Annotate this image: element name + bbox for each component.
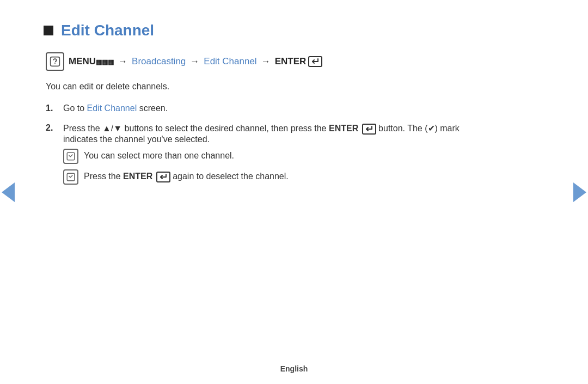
note-2-enter-icon	[156, 172, 170, 182]
note-2: Press the ENTER again to deselect the ch…	[63, 170, 490, 185]
breadcrumb-edit-channel: Edit Channel	[204, 56, 256, 67]
step-2: 2. Press the ▲/▼ buttons to select the d…	[46, 123, 490, 191]
enter-icon	[308, 56, 322, 67]
step-1: 1. Go to Edit Channel screen.	[46, 103, 490, 113]
nav-left-button[interactable]	[0, 179, 16, 206]
note-1: You can select more than one channel.	[63, 150, 490, 164]
nav-right-arrow-icon	[573, 182, 586, 202]
note-2-icon	[63, 169, 78, 185]
breadcrumb-broadcasting: Broadcasting	[132, 56, 186, 67]
breadcrumb-arrow-2: →	[190, 56, 199, 67]
step-1-content: Go to Edit Channel screen.	[63, 103, 490, 113]
note-2-enter-bold: ENTER	[123, 172, 152, 181]
footer-language: English	[280, 364, 308, 373]
steps-list: 1. Go to Edit Channel screen. 2. Press t…	[46, 103, 490, 191]
menu-label: MENU▦▦▦	[69, 56, 114, 67]
step-2-enter-icon	[362, 124, 376, 135]
step-2-content: Press the ▲/▼ buttons to select the desi…	[63, 123, 490, 191]
title-square-icon	[44, 26, 53, 35]
notes-list: You can select more than one channel. Pr…	[63, 150, 490, 185]
note-1-icon	[63, 149, 78, 164]
page-title: Edit Channel	[61, 22, 154, 39]
menu-icon	[46, 52, 64, 71]
step-2-text: Press the ▲/▼ buttons to select the desi…	[63, 124, 460, 144]
description-text: You can edit or delete channels.	[46, 82, 490, 92]
step-1-number: 1.	[46, 103, 57, 113]
breadcrumb-arrow-3: →	[261, 56, 271, 67]
nav-right-button[interactable]	[572, 179, 588, 206]
page-title-row: Edit Channel	[44, 22, 490, 39]
step-2-enter-bold: ENTER	[329, 124, 358, 133]
breadcrumb-arrow-1: →	[118, 56, 127, 67]
footer: English	[0, 364, 588, 373]
nav-left-arrow-icon	[2, 182, 15, 202]
note-2-text: Press the ENTER again to deselect the ch…	[84, 170, 289, 182]
note-1-text: You can select more than one channel.	[84, 150, 234, 161]
step-1-link: Edit Channel	[87, 103, 137, 113]
enter-button-label: ENTER	[275, 56, 323, 67]
breadcrumb: MENU▦▦▦ → Broadcasting → Edit Channel → …	[46, 52, 490, 71]
step-2-number: 2.	[46, 123, 57, 133]
